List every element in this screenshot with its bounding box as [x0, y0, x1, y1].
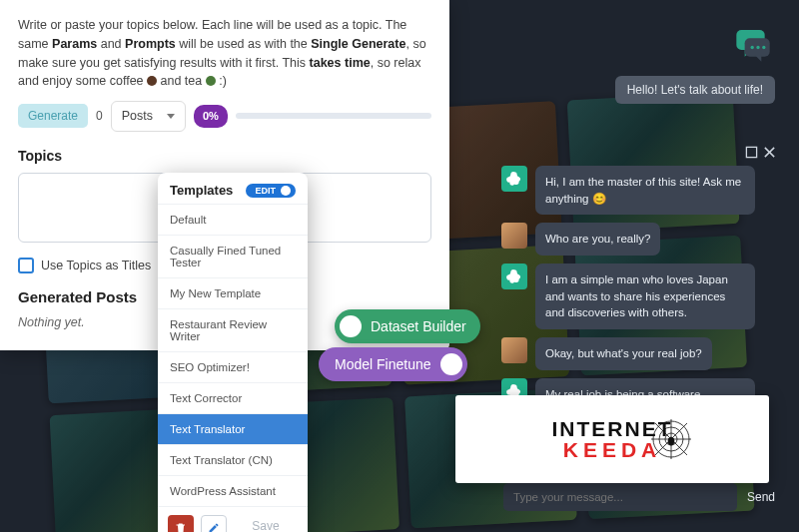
template-save-button[interactable]: Save [234, 515, 298, 532]
chat-message: Hi, I am the master of this site! Ask me… [501, 166, 777, 215]
close-icon [763, 146, 776, 159]
ai-avatar-icon [501, 166, 527, 192]
coffee-icon [147, 76, 157, 86]
chat-message: Who are you, really? [501, 223, 777, 256]
chat-launcher-icon[interactable] [733, 28, 773, 66]
template-item[interactable]: WordPress Assistant [158, 475, 308, 506]
templates-title: Templates [170, 183, 233, 198]
chat-message-text: Okay, but what's your real job? [535, 337, 712, 370]
generate-button[interactable]: Generate [18, 104, 88, 128]
template-edit-button[interactable] [201, 515, 227, 532]
chat-message-text: Hi, I am the master of this site! Ask me… [535, 166, 755, 215]
chat-minimize-button[interactable] [743, 144, 759, 160]
template-item[interactable]: Casually Fined Tuned Tester [158, 235, 308, 277]
progress-bar [236, 113, 431, 119]
template-item[interactable]: My New Template [158, 277, 308, 308]
progress-percent: 0% [194, 105, 228, 128]
templates-edit-toggle[interactable]: EDIT [246, 184, 296, 198]
tea-icon [206, 76, 216, 86]
pencil-icon [208, 522, 220, 532]
chat-input[interactable] [503, 483, 737, 511]
template-delete-button[interactable] [168, 515, 194, 532]
trash-icon [175, 522, 187, 532]
intro-text: Write or paste your topics below. Each l… [18, 16, 431, 91]
template-item[interactable]: Default [158, 204, 308, 235]
pill-dot-icon [440, 353, 462, 375]
template-item[interactable]: Text Translator (CN) [158, 444, 308, 475]
user-avatar-icon [501, 223, 527, 249]
toggle-knob-icon [281, 186, 291, 196]
post-type-select[interactable]: Posts [111, 101, 186, 132]
topics-label: Topics [18, 146, 431, 167]
chat-message-text: I am a simple man who loves Japan and wa… [535, 264, 755, 329]
svg-point-15 [668, 437, 674, 445]
chat-close-button[interactable] [761, 144, 777, 160]
dataset-builder-pill[interactable]: Dataset Builder [335, 309, 480, 343]
chat-message-text: Who are you, really? [535, 223, 660, 256]
svg-point-3 [756, 46, 759, 49]
minimize-icon [745, 146, 758, 159]
user-avatar-icon [501, 337, 527, 363]
pill-dot-icon [340, 315, 362, 337]
template-item[interactable]: Text Translator [158, 413, 308, 444]
template-item[interactable]: SEO Optimizer! [158, 351, 308, 382]
spider-web-icon [651, 419, 691, 463]
svg-point-2 [751, 46, 754, 49]
model-finetune-pill[interactable]: Model Finetune [319, 347, 467, 381]
use-topics-label: Use Topics as Titles [41, 257, 151, 275]
generate-count: 0 [96, 107, 103, 125]
svg-point-4 [762, 46, 765, 49]
chat-send-button[interactable]: Send [747, 490, 775, 504]
template-item[interactable]: Restaurant Review Writer [158, 308, 308, 351]
templates-list: DefaultCasually Fined Tuned TesterMy New… [158, 204, 308, 506]
svg-rect-5 [746, 147, 756, 157]
internet-keeda-logo: INTERNET KEEDA [455, 395, 769, 483]
ai-avatar-icon [501, 264, 527, 289]
select-value: Posts [122, 107, 153, 126]
chat-message: Okay, but what's your real job? [501, 337, 777, 370]
chevron-down-icon [167, 114, 175, 119]
chat-message: I am a simple man who loves Japan and wa… [501, 264, 777, 329]
template-item[interactable]: Text Corrector [158, 382, 308, 413]
use-topics-checkbox[interactable] [18, 258, 34, 273]
templates-panel: Templates EDIT DefaultCasually Fined Tun… [158, 173, 308, 532]
chat-greeting-bubble: Hello! Let's talk about life! [615, 76, 775, 104]
